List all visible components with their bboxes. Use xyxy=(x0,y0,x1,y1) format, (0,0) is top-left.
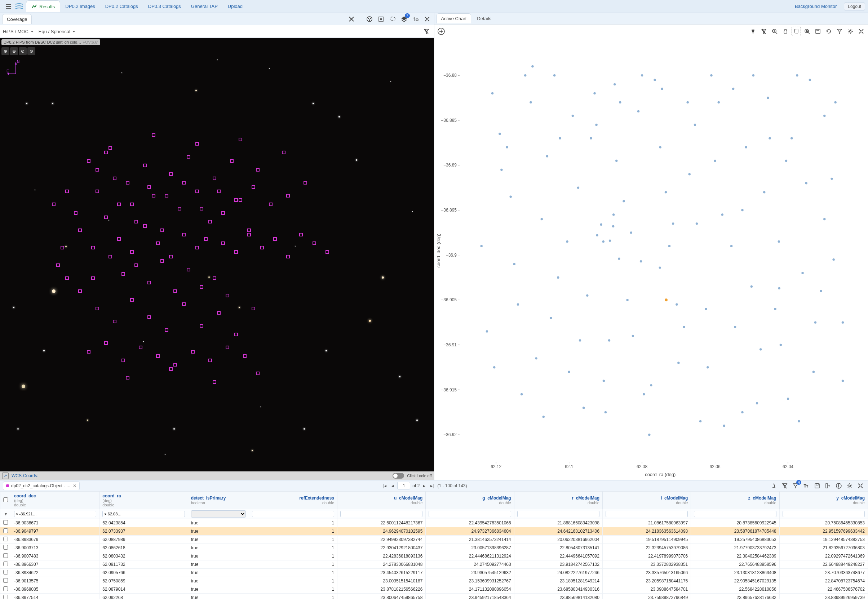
table-row[interactable]: -36.903667162.0423854true122.60011244821… xyxy=(0,519,868,527)
catalog-marker[interactable] xyxy=(104,341,108,345)
first-page-icon[interactable]: |◂ xyxy=(382,483,388,489)
col-coord_dec[interactable]: coord_dec(deg)double xyxy=(11,492,99,509)
catalog-marker[interactable] xyxy=(139,346,142,349)
catalog-marker[interactable] xyxy=(96,307,99,310)
catalog-marker[interactable] xyxy=(304,181,307,185)
tab-general-tap[interactable]: General TAP xyxy=(186,0,223,12)
catalog-marker[interactable] xyxy=(196,246,199,250)
tab-dp0-3-catalogs[interactable]: DP0.3 Catalogs xyxy=(143,0,186,12)
catalog-marker[interactable] xyxy=(182,303,186,306)
col-r_cModelMag[interactable]: r_cModelMagdouble xyxy=(514,492,602,509)
catalog-marker[interactable] xyxy=(52,203,56,206)
catalog-marker[interactable] xyxy=(178,207,181,211)
catalog-marker[interactable] xyxy=(108,146,112,150)
catalog-marker[interactable] xyxy=(182,233,186,236)
refresh-icon[interactable] xyxy=(824,27,833,36)
catalog-marker[interactable] xyxy=(130,250,134,254)
table-settings-icon[interactable] xyxy=(845,481,854,491)
filter-u_cModelMag[interactable] xyxy=(340,511,423,517)
add-chart-icon[interactable] xyxy=(436,27,446,36)
filter-detect_isPrimary[interactable] xyxy=(191,510,246,518)
catalog-marker[interactable] xyxy=(113,320,116,323)
catalog-marker[interactable] xyxy=(200,207,203,211)
microscope-icon[interactable] xyxy=(769,481,779,491)
filter-y_cModelMag[interactable] xyxy=(782,511,865,517)
text-options-icon[interactable]: Tт xyxy=(802,481,811,491)
catalog-marker[interactable] xyxy=(213,177,216,180)
center-icon[interactable] xyxy=(376,14,386,24)
catalog-marker[interactable] xyxy=(200,285,203,289)
catalog-marker[interactable] xyxy=(251,307,255,310)
maximize-icon[interactable] xyxy=(856,27,866,36)
projection-dropdown[interactable]: Equ / Spherical xyxy=(39,29,76,34)
catalog-marker[interactable] xyxy=(173,289,177,293)
catalog-marker[interactable] xyxy=(243,354,247,358)
table-expand-icon[interactable] xyxy=(856,481,865,491)
col-y_cModelMag[interactable]: y_cModelMagdouble xyxy=(779,492,868,509)
tab-upload[interactable]: Upload xyxy=(223,0,248,12)
catalog-marker[interactable] xyxy=(269,203,272,206)
pan-icon[interactable] xyxy=(781,27,790,36)
catalog-marker[interactable] xyxy=(134,220,138,223)
catalog-marker[interactable] xyxy=(247,229,251,232)
add-column-icon[interactable] xyxy=(823,481,833,491)
catalog-marker[interactable] xyxy=(96,168,99,172)
catalog-marker[interactable] xyxy=(91,246,95,250)
col-g_cModelMag[interactable]: g_cModelMagdouble xyxy=(426,492,514,509)
table-row[interactable]: -36.896808562.0879014true123.87818215656… xyxy=(0,585,868,594)
zoom-in-icon[interactable]: ⊕ xyxy=(2,47,9,55)
zoom-out-icon[interactable]: ⊖ xyxy=(10,47,18,55)
close-tab-icon[interactable]: ✕ xyxy=(73,483,77,488)
catalog-marker[interactable] xyxy=(234,250,238,254)
catalog-marker[interactable] xyxy=(130,203,134,206)
row-checkbox[interactable] xyxy=(3,553,8,558)
catalog-marker[interactable] xyxy=(143,224,147,228)
table-row[interactable]: -36.904979762.0733937true124.96294070102… xyxy=(0,527,868,536)
catalog-marker[interactable] xyxy=(239,138,242,141)
catalog-marker[interactable] xyxy=(187,268,190,271)
catalog-marker[interactable] xyxy=(87,350,90,354)
select-all-checkbox[interactable] xyxy=(3,497,8,502)
catalog-marker[interactable] xyxy=(96,190,99,193)
pin-icon[interactable] xyxy=(748,27,758,36)
filter-refExtendedness[interactable] xyxy=(252,511,334,517)
row-checkbox[interactable] xyxy=(3,578,8,583)
lasso-icon[interactable] xyxy=(388,14,397,24)
prev-page-icon[interactable]: ◂ xyxy=(390,483,395,489)
tab-dp0-2-catalogs[interactable]: DP0.2 Catalogs xyxy=(100,0,143,12)
catalog-marker[interactable] xyxy=(143,164,147,167)
table-row[interactable]: -36.900748362.0803432true122.42836818893… xyxy=(0,552,868,560)
catalog-marker[interactable] xyxy=(147,185,151,189)
catalog-marker[interactable] xyxy=(126,376,129,379)
catalog-marker[interactable] xyxy=(169,172,173,176)
catalog-marker[interactable] xyxy=(87,159,90,163)
catalog-marker[interactable] xyxy=(117,237,121,241)
popout-icon[interactable]: ↗ xyxy=(2,473,9,479)
catalog-marker[interactable] xyxy=(78,289,82,293)
catalog-marker[interactable] xyxy=(187,155,190,159)
catalog-marker[interactable] xyxy=(130,298,134,302)
menu-icon[interactable] xyxy=(3,1,14,12)
clicklock-toggle[interactable] xyxy=(393,473,404,479)
zoom-in-chart-icon[interactable] xyxy=(770,27,779,36)
row-checkbox[interactable] xyxy=(3,594,8,599)
info-icon[interactable]: i xyxy=(834,481,844,491)
catalog-marker[interactable] xyxy=(313,241,316,245)
table-filter-icon[interactable] xyxy=(791,481,800,491)
catalog-marker[interactable] xyxy=(182,181,186,185)
select-icon[interactable] xyxy=(791,27,801,36)
catalog-marker[interactable] xyxy=(208,220,212,223)
zoom-reset-chart-icon[interactable]: 1x xyxy=(802,27,812,36)
catalog-marker[interactable] xyxy=(217,311,221,315)
clear-filter-icon[interactable] xyxy=(422,27,431,36)
save-table-icon[interactable] xyxy=(812,481,822,491)
background-monitor-link[interactable]: Background Monitor xyxy=(791,2,840,11)
catalog-marker[interactable] xyxy=(104,215,108,219)
catalog-marker[interactable] xyxy=(134,263,138,267)
catalog-marker[interactable] xyxy=(234,333,238,336)
last-page-icon[interactable]: ▸| xyxy=(429,483,435,489)
hips-mode-dropdown[interactable]: HiPS / MOC xyxy=(3,29,34,34)
catalog-marker[interactable] xyxy=(169,255,173,259)
catalog-marker[interactable] xyxy=(147,281,151,284)
catalog-marker[interactable] xyxy=(78,229,82,232)
